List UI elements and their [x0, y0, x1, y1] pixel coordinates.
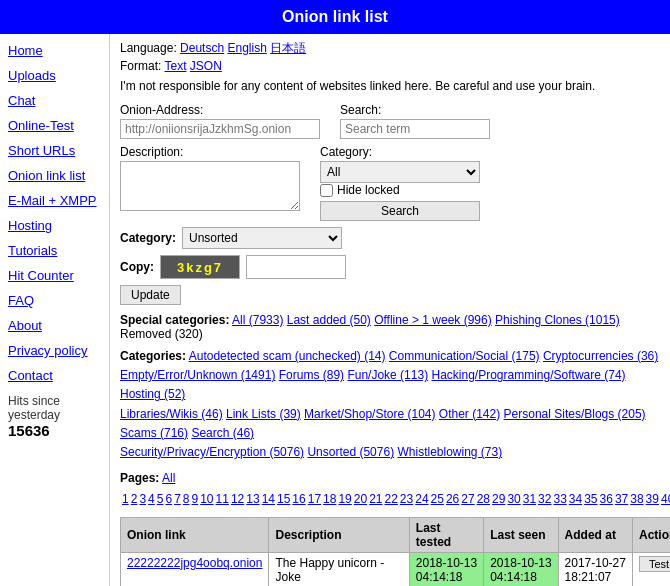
page-18[interactable]: 18 [323, 492, 336, 506]
sidebar-item-short-urls[interactable]: Short URLs [0, 138, 109, 163]
page-26[interactable]: 26 [446, 492, 459, 506]
page-6[interactable]: 6 [165, 492, 172, 506]
category-select[interactable]: All Autodetected scam Communication/Soci… [320, 161, 480, 183]
update-button[interactable]: Update [120, 285, 181, 305]
special-cat-offline[interactable]: Offline > 1 week (996) [374, 313, 492, 327]
page-28[interactable]: 28 [477, 492, 490, 506]
sidebar-item-onion-link-list[interactable]: Onion link list [0, 163, 109, 188]
page-31[interactable]: 31 [523, 492, 536, 506]
page-21[interactable]: 21 [369, 492, 382, 506]
hide-locked-checkbox[interactable] [320, 184, 333, 197]
cat-link-libraries[interactable]: Libraries/Wikis (46) [120, 407, 223, 421]
hide-locked-label: Hide locked [337, 183, 400, 197]
page-39[interactable]: 39 [646, 492, 659, 506]
actions-cell-0: Test [632, 552, 670, 586]
page-15[interactable]: 15 [277, 492, 290, 506]
special-cat-phishing[interactable]: Phishing Clones (1015) [495, 313, 620, 327]
lang-deutsch[interactable]: Deutsch [180, 41, 224, 55]
page-16[interactable]: 16 [292, 492, 305, 506]
sidebar-item-privacy-policy[interactable]: Privacy policy [0, 338, 109, 363]
sidebar-item-home[interactable]: Home [0, 38, 109, 63]
page-36[interactable]: 36 [600, 492, 613, 506]
cat-link-fun[interactable]: Fun/Joke (113) [347, 368, 428, 382]
page-8[interactable]: 8 [183, 492, 190, 506]
sidebar-item-tutorials[interactable]: Tutorials [0, 238, 109, 263]
sidebar-item-faq[interactable]: FAQ [0, 288, 109, 313]
page-35[interactable]: 35 [584, 492, 597, 506]
onion-input[interactable] [120, 119, 320, 139]
page-40[interactable]: 40 [661, 492, 670, 506]
test-button-0[interactable]: Test [639, 556, 670, 572]
page-24[interactable]: 24 [415, 492, 428, 506]
search-input[interactable] [340, 119, 490, 139]
cat-link-search[interactable]: Search (46) [191, 426, 254, 440]
page-5[interactable]: 5 [157, 492, 164, 506]
sidebar-item-chat[interactable]: Chat [0, 88, 109, 113]
format-text[interactable]: Text [164, 59, 186, 73]
cat-link-other[interactable]: Other (142) [439, 407, 500, 421]
last-seen-cell-0: 2018-10-13 04:14:18 [484, 552, 558, 586]
search-button[interactable]: Search [320, 201, 480, 221]
page-27[interactable]: 27 [461, 492, 474, 506]
captcha-input[interactable] [246, 255, 346, 279]
cat-link-hosting[interactable]: Hosting (52) [120, 387, 185, 401]
col-last-seen: Last seen [484, 517, 558, 552]
cat-link-market[interactable]: Market/Shop/Store (104) [304, 407, 435, 421]
page-12[interactable]: 12 [231, 492, 244, 506]
page-32[interactable]: 32 [538, 492, 551, 506]
lang-japanese[interactable]: 日本語 [270, 41, 306, 55]
cat-link-forums[interactable]: Forums (89) [279, 368, 344, 382]
page-2[interactable]: 2 [131, 492, 138, 506]
page-37[interactable]: 37 [615, 492, 628, 506]
lang-english[interactable]: English [227, 41, 266, 55]
page-30[interactable]: 30 [507, 492, 520, 506]
sidebar-item-email-xmpp[interactable]: E-Mail + XMPP [0, 188, 109, 213]
page-22[interactable]: 22 [385, 492, 398, 506]
special-cat-last-added[interactable]: Last added (50) [287, 313, 371, 327]
page-10[interactable]: 10 [200, 492, 213, 506]
cat-link-autodetected[interactable]: Autodetected scam (unchecked) (14) [189, 349, 386, 363]
page-all[interactable]: All [162, 471, 175, 485]
cat-link-personal[interactable]: Personal Sites/Blogs (205) [504, 407, 646, 421]
sidebar-item-contact[interactable]: Contact [0, 363, 109, 388]
cat-link-scams[interactable]: Scams (716) [120, 426, 188, 440]
page-17[interactable]: 17 [308, 492, 321, 506]
page-29[interactable]: 29 [492, 492, 505, 506]
page-13[interactable]: 13 [246, 492, 259, 506]
sidebar-item-online-test[interactable]: Online-Test [0, 113, 109, 138]
page-33[interactable]: 33 [553, 492, 566, 506]
page-25[interactable]: 25 [431, 492, 444, 506]
cat-link-unsorted[interactable]: Unsorted (5076) [307, 445, 394, 459]
cat-link-linklists[interactable]: Link Lists (39) [226, 407, 301, 421]
cat-link-empty[interactable]: Empty/Error/Unknown (1491) [120, 368, 275, 382]
page-23[interactable]: 23 [400, 492, 413, 506]
format-json[interactable]: JSON [190, 59, 222, 73]
special-cats-label: Special categories: [120, 313, 229, 327]
page-7[interactable]: 7 [174, 492, 181, 506]
cat-link-security[interactable]: Security/Privacy/Encryption (5076) [120, 445, 304, 459]
cat-link-whistle[interactable]: Whistleblowing (73) [397, 445, 502, 459]
cat-link-communication[interactable]: Communication/Social (175) [389, 349, 540, 363]
page-38[interactable]: 38 [630, 492, 643, 506]
cat-link-crypto[interactable]: Cryptocurrencies (36) [543, 349, 658, 363]
sidebar-item-about[interactable]: About [0, 313, 109, 338]
page-3[interactable]: 3 [139, 492, 146, 506]
page-34[interactable]: 34 [569, 492, 582, 506]
onion-address-group: Onion-Address: [120, 103, 320, 139]
page-9[interactable]: 9 [192, 492, 199, 506]
special-cat-all[interactable]: All (7933) [232, 313, 283, 327]
page-1[interactable]: 1 [122, 492, 129, 506]
description-input[interactable] [120, 161, 300, 211]
sidebar-item-hosting[interactable]: Hosting [0, 213, 109, 238]
page-4[interactable]: 4 [148, 492, 155, 506]
page-19[interactable]: 19 [338, 492, 351, 506]
sidebar-item-hit-counter[interactable]: Hit Counter [0, 263, 109, 288]
page-14[interactable]: 14 [262, 492, 275, 506]
cat-link-hacking[interactable]: Hacking/Programming/Software (74) [431, 368, 625, 382]
cat-unsorted-select[interactable]: Unsorted [182, 227, 342, 249]
page-11[interactable]: 11 [216, 492, 229, 506]
page-20[interactable]: 20 [354, 492, 367, 506]
sidebar-item-uploads[interactable]: Uploads [0, 63, 109, 88]
category-group: Category: All Autodetected scam Communic… [320, 145, 480, 221]
onion-link-0[interactable]: 22222222jpg4oobq.onion [127, 556, 262, 570]
